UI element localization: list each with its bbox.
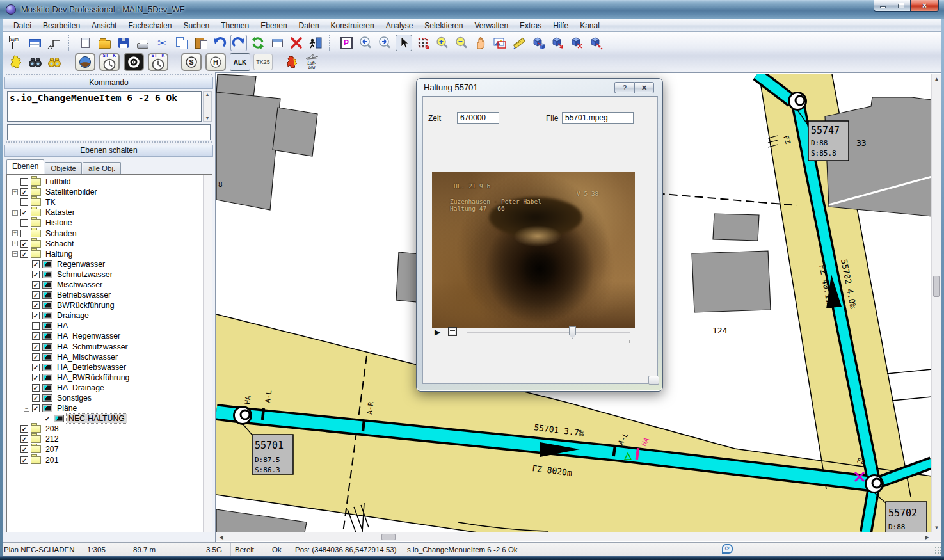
scroll-right-icon[interactable]: ▶ — [922, 532, 932, 542]
cubea-button[interactable] — [530, 35, 547, 51]
close-button[interactable]: × — [910, 0, 939, 12]
menu-analyse[interactable]: Analyse — [380, 20, 419, 31]
layer-checkbox[interactable]: ✓ — [20, 188, 28, 196]
tree-item-208[interactable]: ✓208 — [8, 424, 212, 434]
tree-item-ha-mischwasser[interactable]: ✓HA_Mischwasser — [8, 352, 212, 362]
germany-button[interactable] — [8, 54, 24, 70]
layer-checkbox[interactable]: ✓ — [32, 291, 40, 299]
inspection-video[interactable]: HL. 21 9 b V 5 38 Zuzenhausen - Peter Ha… — [432, 172, 635, 328]
tree-item-212[interactable]: ✓212 — [8, 434, 212, 444]
map-horizontal-scrollbar[interactable]: ◀ ▶ — [216, 532, 932, 541]
paste-button[interactable] — [192, 35, 209, 51]
tree-item-207[interactable]: ✓207 — [8, 444, 212, 454]
menu-daten[interactable]: Daten — [293, 20, 325, 31]
redo-button[interactable] — [230, 35, 247, 51]
play-button[interactable]: ▶ — [435, 328, 440, 336]
earth-button[interactable] — [75, 53, 95, 71]
layer-checkbox[interactable]: ✓ — [32, 394, 40, 402]
layer-checkbox[interactable] — [20, 230, 28, 237]
command-scrollbar[interactable]: ▲ ▼ — [203, 91, 212, 122]
prev-button[interactable] — [357, 35, 374, 51]
menu-selektieren[interactable]: Selektieren — [419, 20, 468, 31]
layer-checkbox[interactable]: ✓ — [32, 301, 40, 309]
map-vertical-scrollbar[interactable]: ▲ ▼ — [931, 74, 941, 532]
panel-grip[interactable] — [6, 141, 212, 144]
tree-item-nec-haltung[interactable]: ✓NEC-HALTUNG — [8, 413, 212, 424]
layer-checkbox[interactable]: ✓ — [20, 456, 28, 464]
tree-item-tk[interactable]: TK — [8, 197, 212, 207]
dialog-resize-handle[interactable] — [648, 376, 659, 385]
manhole-55701[interactable] — [234, 407, 252, 424]
binocgold-button[interactable] — [46, 54, 63, 70]
tree-item-ha-regenwasser[interactable]: ✓HA_Regenwasser — [8, 331, 212, 341]
cubec-button[interactable] — [568, 35, 585, 51]
dialog-help-button[interactable]: ? — [614, 82, 634, 93]
print-button[interactable] — [134, 35, 151, 51]
tree-item-mischwasser[interactable]: ✓Mischwasser — [8, 280, 212, 290]
tree-item-201[interactable]: ✓201 — [8, 455, 212, 465]
dialog-close-button[interactable]: ✕ — [634, 82, 654, 93]
open-button[interactable] — [96, 35, 113, 51]
stk1-button[interactable]: ST - K — [99, 53, 120, 71]
expander-plus-icon[interactable]: + — [12, 189, 18, 195]
cursor-button[interactable] — [396, 35, 412, 51]
cut-button[interactable]: ✂ — [154, 35, 170, 51]
expander-minus-icon[interactable]: − — [24, 406, 29, 412]
cubeb-button[interactable] — [549, 35, 566, 51]
menu-konstruieren[interactable]: Konstruieren — [325, 20, 380, 31]
window-button[interactable] — [269, 35, 285, 51]
tree-item-ha-drainage[interactable]: ✓HA_Drainage — [8, 383, 212, 393]
table-button[interactable] — [27, 35, 44, 51]
scroll-up-icon[interactable]: ▲ — [205, 92, 210, 97]
layer-checkbox[interactable] — [20, 178, 28, 186]
menu-extras[interactable]: Extras — [514, 20, 547, 31]
tree-item-drainage[interactable]: ✓Drainage — [8, 310, 212, 321]
tree-item-sonstiges[interactable]: ✓Sonstiges — [8, 393, 212, 403]
layer-checkbox[interactable]: ✓ — [20, 425, 28, 433]
scroll-up-icon[interactable]: ▲ — [932, 74, 941, 84]
binocdark-button[interactable] — [27, 54, 44, 70]
layer-checkbox[interactable]: ✓ — [32, 404, 40, 412]
zeit-field[interactable]: 670000 — [457, 112, 499, 124]
next-button[interactable] — [376, 35, 393, 51]
layer-checkbox[interactable]: ✓ — [32, 312, 40, 319]
tree-item-satellitenbilder[interactable]: +✓Satellitenbilder — [8, 187, 212, 197]
new-button[interactable] — [77, 35, 93, 51]
menu-fachschalen[interactable]: Fachschalen — [122, 20, 177, 31]
target-button[interactable] — [124, 53, 144, 71]
layer-checkbox[interactable]: ✓ — [20, 445, 28, 453]
expander-plus-icon[interactable]: + — [12, 210, 18, 216]
polyline-button[interactable] — [46, 35, 63, 51]
command-history[interactable]: s.io_ChangeMenueItem 6 -2 6 Ok — [7, 91, 202, 122]
tree-item-schacht[interactable]: +✓Schacht — [8, 239, 212, 249]
manhole-55702[interactable] — [866, 476, 883, 493]
gridsel-button[interactable] — [415, 35, 431, 51]
notification-bubble-icon[interactable]: ⟳ — [722, 544, 733, 554]
scroll-down-icon[interactable]: ▼ — [932, 523, 941, 532]
save-button[interactable] — [115, 35, 132, 51]
tree-item-ha-betriebswasser[interactable]: ✓HA_Betriebswasser — [8, 362, 212, 372]
maximize-button[interactable] — [892, 0, 910, 12]
menu-bearbeiten[interactable]: Bearbeiten — [37, 20, 86, 31]
tree-item-betriebswasser[interactable]: ✓Betriebswasser — [8, 290, 212, 300]
fit-button[interactable]: P — [338, 35, 355, 51]
luftbild-button[interactable]: Luft-bild — [303, 54, 320, 70]
layer-checkbox[interactable]: ✓ — [32, 353, 40, 361]
layer-checkbox[interactable]: ✓ — [32, 374, 40, 381]
menu-suchen[interactable]: Suchen — [177, 20, 215, 31]
zoomin-button[interactable] — [434, 35, 451, 51]
tree-item-kataster[interactable]: +✓Kataster — [8, 207, 212, 218]
layer-checkbox[interactable]: ✓ — [32, 281, 40, 289]
layer-checkbox[interactable]: ✓ — [20, 240, 28, 248]
layer-checkbox[interactable]: ✓ — [32, 271, 40, 278]
refresh-button[interactable] — [250, 35, 266, 51]
measure-button[interactable] — [511, 35, 527, 51]
tab-ebenen[interactable]: Ebenen — [6, 159, 44, 174]
minimize-button[interactable] — [874, 0, 892, 12]
layer-checkbox[interactable]: ✓ — [32, 384, 40, 392]
layer-checkbox[interactable]: ✓ — [20, 250, 28, 258]
file-field[interactable]: 55701.mpeg — [562, 112, 634, 124]
menu-ebenen[interactable]: Ebenen — [255, 20, 292, 31]
expander-plus-icon[interactable]: + — [12, 241, 18, 246]
undo-button[interactable] — [211, 35, 228, 51]
